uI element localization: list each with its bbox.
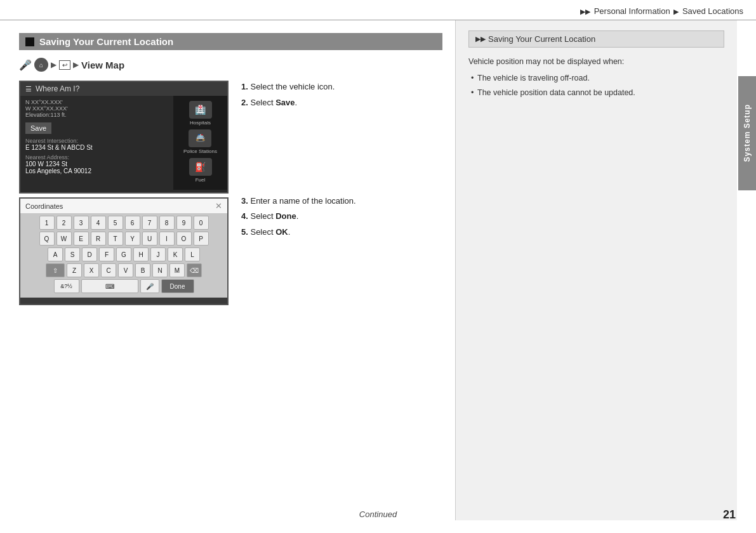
hospital-label: Hospitals [190,120,211,126]
key-i[interactable]: I [159,232,175,246]
screenshot-where-am-i: ☰ Where Am I? N XX°XX.XXX' W XXX°XX.XXX'… [19,81,229,194]
kbd-row-qwerty: Q W E R T Y U I O P [23,232,225,246]
breadcrumb: ▶▶ Personal Information ▶ Saved Location… [579,6,743,16]
key-k[interactable]: K [168,247,183,261]
key-h[interactable]: H [133,247,149,261]
key-6[interactable]: 6 [125,216,140,230]
nearest-intersection-value: E 1234 St & N ABCD St [25,144,168,151]
key-w[interactable]: W [56,232,72,246]
key-v[interactable]: V [118,263,133,277]
nav-arrow-1: ▶ [51,60,56,69]
content-columns: ☰ Where Am I? N XX°XX.XXX' W XXX°XX.XXX'… [19,81,442,305]
key-j[interactable]: J [150,247,166,261]
done-button[interactable]: Done [161,279,194,293]
key-o[interactable]: O [176,232,192,246]
close-icon[interactable]: ✕ [215,201,222,211]
keyboard-title: Coordinates [25,202,63,210]
key-f[interactable]: F [99,247,114,261]
keyboard-header: Coordinates ✕ [20,199,227,213]
kbd-row-asdf: A S D F G H J K L [23,247,225,261]
keyboard-body: 1 2 3 4 5 6 7 8 9 0 Q [20,213,227,298]
key-delete[interactable]: ⌫ [187,263,202,277]
sidebar-fuel: ⛽ Fuel [189,158,212,183]
hospital-icon: 🏥 [189,101,212,119]
key-t[interactable]: T [108,232,123,246]
bullet-2: The vehicle position data cannot be upda… [471,86,724,99]
bullet-list: The vehicle is traveling off-road. The v… [468,72,724,99]
key-p[interactable]: P [194,232,209,246]
instruction-1: 1. Select the vehicle icon. [241,81,442,94]
key-e[interactable]: E [74,232,89,246]
save-bold: Save [275,98,295,107]
key-7[interactable]: 7 [142,216,157,230]
police-label: Police Stations [183,148,217,154]
nearest-address-1: 100 W 1234 St [25,161,168,168]
key-c[interactable]: C [101,263,116,277]
screen1-title: Where Am I? [36,84,222,93]
key-1[interactable]: 1 [39,216,55,230]
header: ▶▶ Personal Information ▶ Saved Location… [0,0,756,20]
bullet-1: The vehicle is traveling off-road. [471,72,724,84]
key-3[interactable]: 3 [74,216,89,230]
key-q[interactable]: Q [39,232,55,246]
kbd-row-zxcv: ⇧ Z X C V B N M ⌫ [23,263,225,277]
kbd-row-numbers: 1 2 3 4 5 6 7 8 9 0 [23,216,225,230]
key-symbols[interactable]: &?½ [54,279,79,293]
save-button[interactable]: Save [25,122,51,134]
key-n[interactable]: N [152,263,168,277]
key-x[interactable]: X [84,263,99,277]
key-g[interactable]: G [116,247,131,261]
nearest-intersection-label: Nearest Intersection: [25,138,168,144]
key-shift[interactable]: ⇧ [46,263,65,277]
key-y[interactable]: Y [125,232,140,246]
fuel-label: Fuel [196,177,206,183]
section-title: Saving Your Current Location [39,36,173,47]
nav-icons: 🎤 ⌂ ▶ ↩ ▶ View Map [19,58,442,72]
key-5[interactable]: 5 [108,216,123,230]
coord1: N XX°XX.XXX' [25,99,168,105]
intro-text: Vehicle position may not be displayed wh… [468,55,724,68]
key-8[interactable]: 8 [159,216,175,230]
key-s[interactable]: S [65,247,80,261]
key-b[interactable]: B [135,263,150,277]
sidebar-police: 🚔 Police Stations [183,129,217,154]
key-d[interactable]: D [82,247,97,261]
right-section-header: ▶▶ Saving Your Current Location [468,30,724,48]
section-header: Saving Your Current Location [19,33,442,50]
back-icon: ↩ [59,60,70,70]
instruction-3: 3. Enter a name of the location. [241,195,442,208]
left-content: Saving Your Current Location 🎤 ⌂ ▶ ↩ ▶ V… [0,20,456,520]
key-l[interactable]: L [185,247,200,261]
key-4[interactable]: 4 [91,216,106,230]
section-icon [25,37,34,46]
screenshot-keyboard: Coordinates ✕ 1 2 3 4 5 6 7 [19,197,229,305]
screen1-body: N XX°XX.XXX' W XXX°XX.XXX' Elevation:113… [20,96,227,190]
instruction-5: 5. Select OK. [241,226,442,239]
key-u[interactable]: U [142,232,157,246]
key-m[interactable]: M [169,263,185,277]
section-arrow-icon: ▶▶ [475,35,486,43]
key-space[interactable]: ⌨ [81,279,138,293]
key-mic[interactable]: 🎤 [140,279,159,293]
elevation: Elevation:113 ft. [25,112,168,118]
menu-icon: ☰ [25,85,32,93]
screen1-sidebar: 🏥 Hospitals 🚔 Police Stations ⛽ Fuel [173,96,227,190]
screen1-header: ☰ Where Am I? [20,82,227,96]
key-z[interactable]: Z [67,263,82,277]
instruction-4: 4. Select Done. [241,210,442,223]
nearest-address-2: Los Angeles, CA 90012 [25,168,168,174]
system-setup-tab: System Setup [738,76,756,190]
key-2[interactable]: 2 [56,216,72,230]
instruction-2: 2. Select Save. [241,96,442,110]
key-0[interactable]: 0 [194,216,209,230]
sidebar-hospitals: 🏥 Hospitals [189,101,212,126]
kbd-row-bottom: &?½ ⌨ 🎤 Done [23,279,225,293]
key-9[interactable]: 9 [176,216,192,230]
key-a[interactable]: A [48,247,63,261]
main-layout: Saving Your Current Location 🎤 ⌂ ▶ ↩ ▶ V… [0,20,756,520]
instructions-column: 1. Select the vehicle icon. 2. Select Sa… [241,81,442,305]
key-r[interactable]: R [91,232,106,246]
right-panel-body: Vehicle position may not be displayed wh… [468,55,724,99]
coord2: W XXX°XX.XXX' [25,105,168,112]
nav-view-map: View Map [81,60,124,70]
